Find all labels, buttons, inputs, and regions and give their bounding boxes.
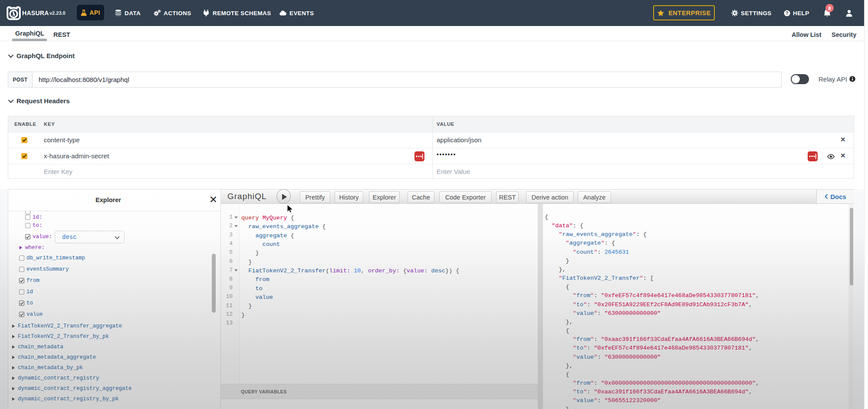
svg-text:?: ?: [786, 10, 789, 16]
